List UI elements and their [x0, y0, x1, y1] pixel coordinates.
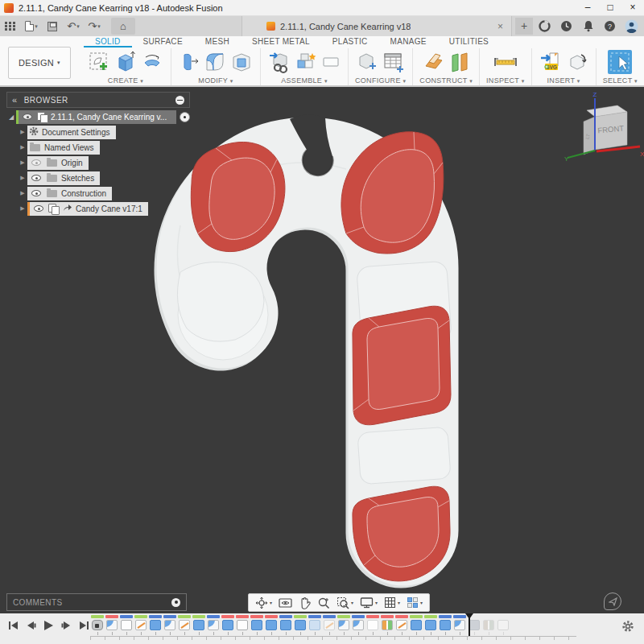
timeline-settings-gear-icon[interactable] — [621, 620, 634, 634]
group-label-configure[interactable]: CONFIGURE ▾ — [355, 76, 406, 85]
job-status-icon[interactable] — [534, 18, 555, 35]
tree-row-named-views[interactable]: ▶ Named Views — [6, 140, 190, 155]
revolve-icon[interactable] — [140, 50, 164, 74]
expand-icon[interactable]: ▶ — [18, 205, 27, 212]
tab-manage[interactable]: MANAGE — [379, 36, 438, 47]
minimize-button[interactable]: – — [576, 0, 599, 15]
tree-row-root[interactable]: ◢ 2.11.1, Candy Cane Kearring v... — [6, 109, 190, 124]
help-icon[interactable]: ? — [599, 18, 621, 35]
display-settings-icon[interactable]: ▾ — [357, 594, 381, 611]
timeline-feature-box-light[interactable] — [365, 615, 380, 635]
tab-mesh[interactable]: MESH — [194, 36, 241, 47]
timeline-feature-box[interactable] — [235, 615, 250, 635]
zoom-icon[interactable] — [314, 594, 333, 611]
extrude-icon[interactable] — [114, 50, 138, 74]
visibility-eye-icon[interactable] — [23, 114, 32, 120]
visibility-eye-icon[interactable] — [31, 190, 41, 196]
press-pull-icon[interactable] — [178, 50, 200, 74]
visibility-eye-icon[interactable] — [31, 175, 41, 181]
fit-icon[interactable]: ▾ — [333, 594, 357, 611]
timeline-feature-fillet[interactable] — [163, 615, 177, 635]
save-button[interactable] — [42, 18, 63, 35]
timeline-play-button[interactable] — [42, 619, 55, 632]
timeline-feature-extrude[interactable] — [148, 615, 163, 635]
rigid-group-icon[interactable] — [320, 50, 341, 74]
redo-button[interactable]: ↷▾ — [84, 18, 105, 35]
group-label-inspect[interactable]: INSPECT ▾ — [486, 76, 525, 85]
timeline-feature-sketch[interactable] — [134, 615, 148, 635]
expand-icon[interactable]: ▶ — [18, 129, 27, 135]
configuration-icon[interactable] — [355, 50, 379, 74]
timeline-playhead[interactable] — [465, 613, 473, 636]
expand-icon[interactable]: ▶ — [18, 175, 27, 181]
timeline-feature-sketch-light[interactable] — [322, 615, 336, 635]
shell-icon[interactable] — [229, 50, 254, 74]
tab-utilities[interactable]: UTILITIES — [438, 36, 500, 47]
group-label-construct[interactable]: CONSTRUCT ▾ — [419, 76, 473, 85]
timeline-feature-sketch[interactable] — [177, 615, 192, 635]
tab-plastic[interactable]: PLASTIC — [321, 36, 379, 47]
browser-header[interactable]: « BROWSER — [6, 92, 190, 108]
undo-button[interactable]: ↶▾ — [63, 18, 84, 35]
visibility-eye-icon[interactable] — [34, 205, 43, 212]
fillet-icon[interactable] — [203, 50, 227, 74]
timeline-feature-extrude[interactable] — [264, 615, 279, 635]
tab-surface[interactable]: SURFACE — [132, 36, 194, 47]
timeline-feature-box[interactable] — [119, 615, 134, 635]
pan-icon[interactable] — [295, 594, 314, 611]
midplane-icon[interactable] — [448, 50, 471, 74]
bell-icon[interactable] — [577, 18, 599, 35]
tree-row-candy-cane-component[interactable]: ▶ Candy Cane v17:1 — [6, 201, 190, 216]
configuration-table-icon[interactable] — [382, 50, 406, 74]
new-tab-button[interactable]: + — [515, 18, 533, 35]
expand-icon[interactable]: ▶ — [18, 159, 27, 166]
timeline-feature-mirror[interactable] — [380, 615, 394, 635]
close-button[interactable]: × — [621, 0, 644, 15]
group-label-create[interactable]: CREATE ▾ — [108, 76, 143, 85]
timeline-feature-fillet[interactable] — [351, 615, 365, 635]
expand-icon[interactable]: ▶ — [18, 144, 27, 151]
select-icon[interactable] — [606, 48, 634, 76]
timeline-feature-extrude[interactable] — [293, 615, 308, 635]
expand-icon[interactable]: ▶ — [18, 190, 27, 196]
comments-panel[interactable]: COMMENTS — [6, 593, 187, 611]
measure-icon[interactable] — [492, 50, 519, 74]
feedback-bubble-icon[interactable] — [604, 592, 621, 610]
timeline-feature-extrude[interactable] — [438, 615, 452, 635]
tree-row-sketches[interactable]: ▶ Sketches — [6, 171, 190, 185]
comments-expand-icon[interactable] — [171, 598, 180, 607]
derive-icon[interactable] — [565, 50, 589, 74]
notifications-clock-icon[interactable] — [555, 18, 577, 35]
timeline-go-to-end-button[interactable] — [77, 619, 90, 632]
timeline-feature-fillet[interactable] — [206, 615, 221, 635]
tree-row-origin[interactable]: ▶ Origin — [6, 155, 190, 170]
tab-solid[interactable]: SOLID — [84, 36, 132, 47]
workspace-selector[interactable]: DESIGN▾ — [8, 47, 71, 79]
view-cube[interactable]: FRONT LT Z Y X — [559, 90, 644, 175]
browser-collapse-icon[interactable] — [175, 96, 184, 105]
timeline-go-to-start-button[interactable] — [6, 619, 19, 632]
timeline-feature-fillet[interactable] — [105, 615, 119, 635]
tree-row-document-settings[interactable]: ▶ Document Settings — [6, 125, 190, 139]
app-grid-icon[interactable] — [0, 18, 21, 35]
home-button[interactable]: ⌂ — [111, 18, 135, 35]
timeline-feature-fillet[interactable] — [336, 615, 351, 635]
activate-component-radio[interactable] — [180, 112, 190, 122]
timeline-feature-extrude[interactable] — [423, 615, 438, 635]
timeline-feature-sketch[interactable] — [394, 615, 409, 635]
viewport-canvas[interactable]: « BROWSER ◢ 2.11.1, Candy Cane Kearring … — [0, 89, 644, 613]
timeline-feature-extrude[interactable] — [192, 615, 206, 635]
grid-settings-icon[interactable]: ▾ — [381, 594, 403, 611]
timeline-feature-extrude[interactable] — [221, 615, 235, 635]
timeline-feature-box[interactable] — [496, 615, 510, 635]
insert-svg-icon[interactable]: SVG — [539, 50, 563, 74]
group-label-select[interactable]: SELECT ▾ — [603, 76, 638, 85]
tab-close-icon[interactable]: × — [496, 21, 505, 32]
maximize-button[interactable]: □ — [599, 0, 621, 15]
document-tab[interactable]: 2.11.1, Candy Cane Kearring v18 × — [242, 16, 512, 36]
collapse-left-icon[interactable]: « — [12, 95, 18, 105]
create-sketch-icon[interactable] — [87, 50, 111, 74]
file-menu-button[interactable]: ▾ — [21, 18, 42, 35]
timeline-feature-extrude[interactable] — [279, 615, 293, 635]
new-component-icon[interactable] — [294, 50, 318, 74]
